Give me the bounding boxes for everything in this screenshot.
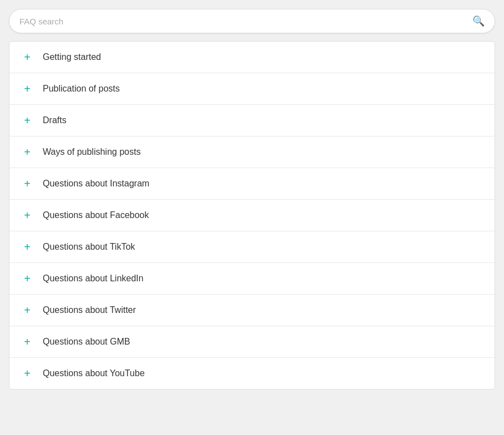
faq-item-questions-twitter[interactable]: +Questions about Twitter <box>9 295 495 326</box>
plus-icon: + <box>22 273 33 284</box>
faq-list: +Getting started+Publication of posts+Dr… <box>9 41 495 390</box>
faq-item-label: Getting started <box>43 52 101 62</box>
faq-item-questions-instagram[interactable]: +Questions about Instagram <box>9 168 495 200</box>
faq-item-drafts[interactable]: +Drafts <box>9 105 495 136</box>
faq-item-questions-linkedin[interactable]: +Questions about LinkedIn <box>9 263 495 295</box>
faq-item-getting-started[interactable]: +Getting started <box>9 42 495 73</box>
faq-item-questions-tiktok[interactable]: +Questions about TikTok <box>9 231 495 263</box>
faq-item-label: Questions about YouTube <box>43 368 145 378</box>
faq-item-label: Questions about Instagram <box>43 179 149 189</box>
plus-icon: + <box>22 210 33 221</box>
plus-icon: + <box>22 336 33 347</box>
plus-icon: + <box>22 368 33 379</box>
plus-icon: + <box>22 52 33 63</box>
search-icon: 🔍 <box>472 15 485 27</box>
plus-icon: + <box>22 305 33 316</box>
plus-icon: + <box>22 241 33 252</box>
faq-item-ways-of-publishing[interactable]: +Ways of publishing posts <box>9 136 495 168</box>
plus-icon: + <box>22 178 33 189</box>
plus-icon: + <box>22 115 33 126</box>
faq-item-label: Drafts <box>43 115 67 125</box>
faq-item-label: Ways of publishing posts <box>43 147 140 157</box>
plus-icon: + <box>22 146 33 158</box>
faq-item-label: Questions about LinkedIn <box>43 274 143 284</box>
faq-item-publication-of-posts[interactable]: +Publication of posts <box>9 73 495 105</box>
faq-item-label: Publication of posts <box>43 84 120 94</box>
faq-item-label: Questions about GMB <box>43 337 130 347</box>
faq-item-label: Questions about Twitter <box>43 305 136 315</box>
faq-item-questions-youtube[interactable]: +Questions about YouTube <box>9 358 495 389</box>
plus-icon: + <box>22 83 33 94</box>
faq-item-label: Questions about Facebook <box>43 210 149 220</box>
search-bar: 🔍 <box>9 9 495 33</box>
faq-item-questions-gmb[interactable]: +Questions about GMB <box>9 326 495 358</box>
search-input[interactable] <box>19 17 468 26</box>
faq-item-questions-facebook[interactable]: +Questions about Facebook <box>9 200 495 231</box>
faq-item-label: Questions about TikTok <box>43 242 135 252</box>
